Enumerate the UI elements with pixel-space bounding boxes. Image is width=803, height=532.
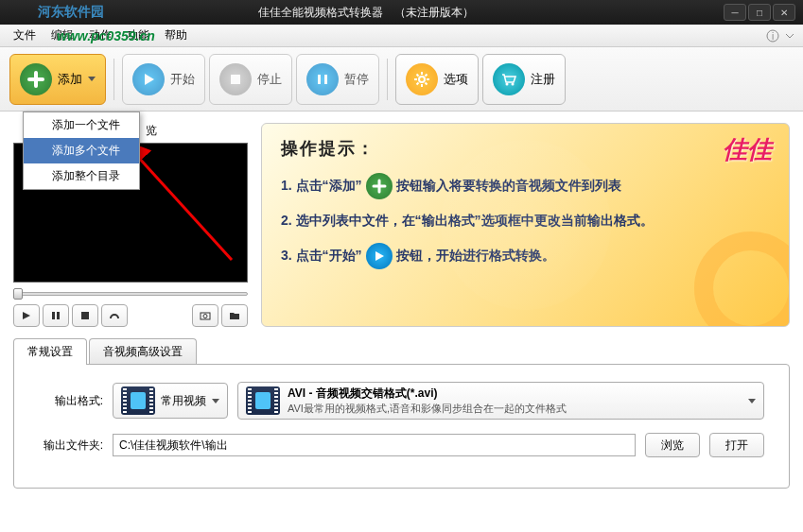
ctrl-folder-button[interactable] (221, 304, 248, 327)
add-button[interactable]: 添加 (9, 54, 106, 105)
slider-thumb[interactable] (13, 288, 23, 300)
open-button[interactable]: 打开 (709, 433, 764, 457)
tab-advanced[interactable]: 音视频高级设置 (89, 338, 197, 365)
stop-label: 停止 (257, 71, 282, 88)
ctrl-stop-button[interactable] (72, 304, 98, 327)
chevron-down-icon (212, 399, 219, 403)
options-button[interactable]: 选项 (395, 54, 479, 105)
separator (113, 59, 114, 100)
brand-logo: 佳佳 (723, 133, 772, 166)
dropdown-add-multiple[interactable]: 添加多个文件 (24, 138, 139, 163)
pause-label: 暂停 (344, 71, 369, 88)
dropdown-add-single[interactable]: 添加一个文件 (24, 112, 139, 138)
plus-icon (366, 173, 393, 199)
play-icon (132, 63, 165, 95)
minimize-button[interactable]: ─ (724, 4, 746, 21)
format-detail-select[interactable]: AVI - 音频视频交错格式(*.avi) AVI最常用的视频格式,语音和影像同… (237, 382, 764, 420)
pause-icon (306, 63, 339, 95)
add-dropdown-menu: 添加一个文件 添加多个文件 添加整个目录 (23, 112, 140, 190)
svg-text:i: i (772, 31, 774, 42)
plus-icon (20, 63, 52, 95)
output-format-row: 输出格式: 常用视频 AVI - 音频视频交错格式(*.avi) AVI最常用的… (39, 382, 764, 420)
format-title: AVI - 音频视频交错格式(*.avi) (288, 386, 741, 402)
film-reel-decoration (441, 140, 611, 310)
gear-icon (406, 63, 438, 95)
register-button[interactable]: 注册 (482, 54, 566, 105)
watermark-site: 河东软件园 (38, 4, 104, 21)
options-label: 选项 (444, 71, 468, 88)
film-icon (121, 386, 155, 415)
chevron-down-icon (88, 77, 96, 81)
output-folder-label: 输出文件夹: (39, 438, 103, 454)
svg-rect-11 (81, 312, 89, 319)
output-folder-row: 输出文件夹: 浏览 打开 (39, 433, 764, 457)
start-button[interactable]: 开始 (122, 54, 205, 105)
menu-file[interactable]: 文件 (6, 25, 44, 46)
ctrl-loop-button[interactable] (101, 304, 128, 327)
preview-controls (13, 304, 248, 327)
add-label: 添加 (58, 71, 82, 88)
pause-button[interactable]: 暂停 (296, 54, 379, 105)
svg-rect-9 (52, 312, 55, 319)
menu-chevron-icon[interactable] (782, 28, 797, 43)
titlebar: 佳佳全能视频格式转换器 （未注册版本） ─ □ ✕ (0, 0, 803, 25)
ctrl-pause-button[interactable] (43, 304, 69, 327)
info-icon[interactable]: i (765, 28, 780, 43)
stop-button[interactable]: 停止 (209, 54, 292, 105)
svg-rect-4 (324, 75, 327, 84)
maximize-button[interactable]: □ (748, 4, 771, 21)
ctrl-snapshot-button[interactable] (192, 304, 218, 327)
svg-point-7 (512, 82, 515, 85)
window-controls: ─ □ ✕ (724, 4, 795, 21)
watermark-url: www.pc0359.cn (57, 28, 155, 43)
settings-panel: 输出格式: 常用视频 AVI - 音频视频交错格式(*.avi) AVI最常用的… (13, 364, 790, 489)
ctrl-play-button[interactable] (13, 304, 40, 327)
stop-icon (219, 63, 252, 95)
format-category-select[interactable]: 常用视频 (113, 383, 228, 419)
preview-slider[interactable] (13, 288, 248, 299)
svg-rect-3 (318, 75, 321, 84)
browse-button[interactable]: 浏览 (645, 433, 700, 457)
svg-point-6 (506, 82, 509, 85)
svg-rect-2 (231, 75, 240, 84)
window-title: 佳佳全能视频格式转换器 （未注册版本） (8, 5, 724, 21)
close-button[interactable]: ✕ (773, 4, 795, 21)
play-icon (366, 243, 393, 269)
dropdown-add-folder[interactable]: 添加整个目录 (24, 163, 139, 189)
settings-area: 常规设置 音视频高级设置 输出格式: 常用视频 AVI - 音频视频交错格式(*… (13, 338, 790, 489)
format-description: AVI最常用的视频格式,语音和影像同步组合在一起的文件格式 (288, 402, 741, 416)
cart-icon (493, 63, 525, 95)
format-category-label: 常用视频 (161, 393, 206, 409)
separator (387, 59, 388, 100)
start-label: 开始 (170, 71, 195, 88)
svg-rect-10 (57, 312, 60, 319)
tips-panel: 佳佳 操作提示： 1. 点击“添加” 按钮输入将要转换的音视频文件到列表 2. … (261, 123, 790, 327)
output-format-label: 输出格式: (39, 393, 103, 409)
svg-point-13 (203, 315, 207, 318)
tab-general[interactable]: 常规设置 (13, 338, 87, 365)
settings-tabs: 常规设置 音视频高级设置 (13, 338, 790, 365)
svg-point-5 (419, 77, 425, 82)
film-icon (246, 386, 280, 415)
output-path-input[interactable] (113, 434, 636, 456)
toolbar: 添加 开始 停止 暂停 选项 注册 (0, 47, 803, 112)
chevron-down-icon (748, 399, 756, 403)
register-label: 注册 (531, 71, 555, 88)
menu-help[interactable]: 帮助 (157, 25, 195, 46)
